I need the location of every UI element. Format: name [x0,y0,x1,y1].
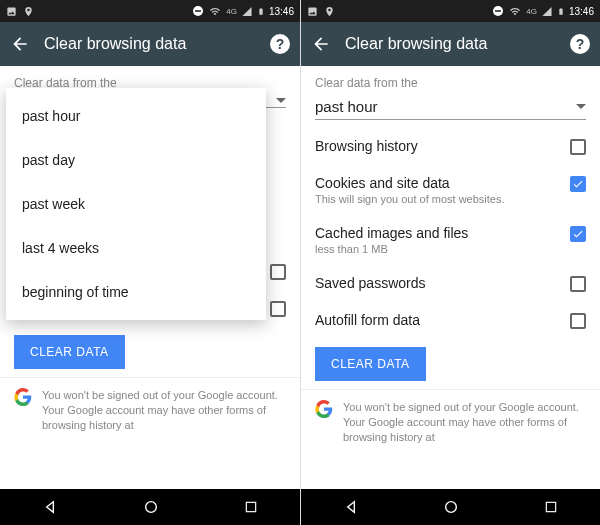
item-sublabel: This will sign you out of most websites. [315,193,560,205]
menu-item-last-4-weeks[interactable]: last 4 weeks [6,226,266,270]
nav-back-icon[interactable] [42,499,58,515]
clear-data-button[interactable]: CLEAR DATA [315,347,426,381]
checkbox[interactable] [570,276,586,292]
nav-recent-icon[interactable] [544,500,558,514]
menu-item-past-day[interactable]: past day [6,138,266,182]
footer-card: You won't be signed out of your Google a… [0,377,300,443]
chevron-down-icon [576,104,586,109]
location-icon [23,6,34,17]
checkbox[interactable] [570,226,586,242]
app-bar: Clear browsing data ? [0,22,300,66]
nav-recent-icon[interactable] [244,500,258,514]
item-label: Cookies and site data [315,175,560,191]
wifi-icon [208,6,222,17]
list-item[interactable]: Browsing history [301,128,600,165]
network-label: 4G [526,7,537,16]
page-title: Clear browsing data [345,35,556,53]
location-icon [324,6,335,17]
clear-data-button[interactable]: CLEAR DATA [14,335,125,369]
back-icon[interactable] [311,34,331,54]
item-label: Browsing history [315,138,560,154]
checkbox[interactable] [570,313,586,329]
list-item[interactable]: Cached images and filesless than 1 MB [301,215,600,265]
status-time: 13:46 [269,6,294,17]
svg-rect-5 [495,10,501,12]
svg-rect-1 [195,10,201,12]
status-time: 13:46 [569,6,594,17]
footer-message: You won't be signed out of your Google a… [343,400,586,445]
phone-right: 4G 13:46 Clear browsing data ? Clear dat… [300,0,600,525]
dnd-icon [192,5,204,17]
battery-icon [257,5,265,18]
item-label: Autofill form data [315,312,560,328]
google-logo-icon [315,400,333,418]
page-title: Clear browsing data [44,35,256,53]
checkbox[interactable] [570,139,586,155]
checkbox[interactable] [270,301,286,317]
section-label: Clear data from the [301,66,600,94]
list-item[interactable]: Saved passwords [301,265,600,302]
menu-item-beginning-of-time[interactable]: beginning of time [6,270,266,314]
svg-rect-3 [246,502,255,511]
time-range-menu: past hour past day past week last 4 week… [6,88,266,320]
footer-card: You won't be signed out of your Google a… [301,389,600,455]
wifi-icon [508,6,522,17]
item-label: Saved passwords [315,275,560,291]
image-icon [307,6,318,17]
svg-rect-7 [546,502,555,511]
help-icon[interactable]: ? [570,34,590,54]
battery-icon [557,5,565,18]
footer-message: You won't be signed out of your Google a… [42,388,286,433]
checkbox[interactable] [270,264,286,280]
svg-point-6 [446,502,457,513]
help-icon[interactable]: ? [270,34,290,54]
nav-home-icon[interactable] [443,499,459,515]
dnd-icon [492,5,504,17]
phone-left: 4G 13:46 Clear browsing data ? Clear dat… [0,0,300,525]
list-item[interactable]: Autofill form data [301,302,600,339]
chevron-down-icon [276,98,286,103]
status-bar: 4G 13:46 [301,0,600,22]
app-bar: Clear browsing data ? [301,22,600,66]
svg-point-2 [146,502,157,513]
time-range-dropdown[interactable]: past hour [315,94,586,120]
signal-icon [241,6,253,17]
nav-bar [0,489,300,525]
dropdown-value: past hour [315,98,378,115]
image-icon [6,6,17,17]
menu-item-past-hour[interactable]: past hour [6,94,266,138]
nav-bar [301,489,600,525]
google-logo-icon [14,388,32,406]
status-bar: 4G 13:46 [0,0,300,22]
checkbox[interactable] [570,176,586,192]
back-icon[interactable] [10,34,30,54]
network-label: 4G [226,7,237,16]
list-item[interactable]: Cookies and site dataThis will sign you … [301,165,600,215]
nav-home-icon[interactable] [143,499,159,515]
nav-back-icon[interactable] [343,499,359,515]
menu-item-past-week[interactable]: past week [6,182,266,226]
item-sublabel: less than 1 MB [315,243,560,255]
signal-icon [541,6,553,17]
item-label: Cached images and files [315,225,560,241]
